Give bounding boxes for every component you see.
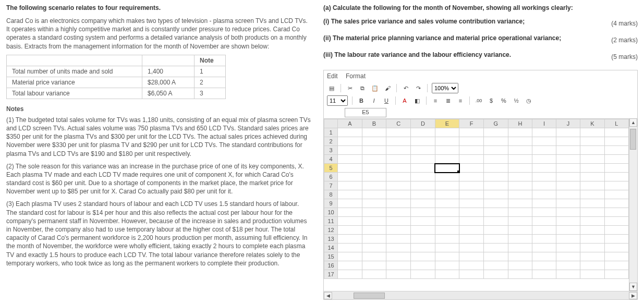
cell-K4[interactable] [580,155,605,164]
cell-D9[interactable] [411,199,435,208]
cell-J13[interactable] [556,235,580,244]
col-header-B[interactable]: B [362,119,386,128]
cell-C8[interactable] [386,190,411,199]
cell-B17[interactable] [362,270,386,279]
cell-E17[interactable] [435,270,459,279]
cell-D7[interactable] [411,181,435,190]
new-sheet-icon[interactable]: ▤ [327,83,336,93]
cell-B1[interactable] [362,128,386,137]
cell-J7[interactable] [556,181,580,190]
cell-D16[interactable] [411,261,435,270]
cell-L7[interactable] [604,181,628,190]
cell-L16[interactable] [604,261,628,270]
cell-G7[interactable] [483,181,508,190]
cell-B12[interactable] [362,226,386,235]
undo-icon[interactable]: ↶ [401,83,410,93]
cell-H9[interactable] [508,199,532,208]
col-header-G[interactable]: G [483,119,508,128]
cell-D11[interactable] [411,217,435,226]
cell-K10[interactable] [580,208,605,217]
cell-J10[interactable] [556,208,580,217]
cell-G2[interactable] [483,137,508,146]
cell-G13[interactable] [483,235,508,244]
col-header-D[interactable]: D [411,119,435,128]
cell-C14[interactable] [386,244,411,252]
cell-G14[interactable] [483,244,508,252]
cell-F9[interactable] [459,199,483,208]
cell-E10[interactable] [435,208,459,217]
cell-L9[interactable] [604,199,628,208]
currency-icon[interactable]: $ [487,96,496,105]
cell-E1[interactable] [435,128,459,137]
cell-D6[interactable] [411,173,435,181]
cell-F12[interactable] [459,226,483,235]
cell-B15[interactable] [362,252,386,261]
cell-C1[interactable] [386,128,411,137]
cell-F2[interactable] [459,137,483,146]
cell-K2[interactable] [580,137,605,146]
scroll-up-icon[interactable]: ▲ [629,118,637,127]
cell-J3[interactable] [556,146,580,155]
row-header-17[interactable]: 17 [324,270,338,279]
cell-A10[interactable] [338,208,362,217]
cell-H13[interactable] [508,235,532,244]
cell-B2[interactable] [362,137,386,146]
row-header-3[interactable]: 3 [324,146,338,155]
cell-E4[interactable] [435,155,459,164]
cell-B6[interactable] [362,173,386,181]
cell-H15[interactable] [508,252,532,261]
cell-G9[interactable] [483,199,508,208]
cell-C2[interactable] [386,137,411,146]
cell-F8[interactable] [459,190,483,199]
cell-H7[interactable] [508,181,532,190]
h-scroll-thumb[interactable] [354,293,385,299]
cell-J9[interactable] [556,199,580,208]
col-header-K[interactable]: K [580,119,605,128]
cell-A13[interactable] [338,235,362,244]
cell-H6[interactable] [508,173,532,181]
cell-H16[interactable] [508,261,532,270]
row-header-1[interactable]: 1 [324,128,338,137]
cell-L3[interactable] [604,146,628,155]
row-header-13[interactable]: 13 [324,235,338,244]
cell-I17[interactable] [532,270,556,279]
cell-G12[interactable] [483,226,508,235]
cell-C17[interactable] [386,270,411,279]
cell-L11[interactable] [604,217,628,226]
align-center-icon[interactable]: ≣ [443,96,453,105]
spreadsheet-grid[interactable]: ABCDEFGHIJKL1234567891011121314151617 [324,118,629,291]
cell-D1[interactable] [411,128,435,137]
cell-L10[interactable] [604,208,628,217]
cell-K13[interactable] [580,235,605,244]
cell-I12[interactable] [532,226,556,235]
cell-J4[interactable] [556,155,580,164]
cell-L17[interactable] [604,270,628,279]
horizontal-scrollbar[interactable]: ◀ ▶ [324,291,637,299]
col-header-F[interactable]: F [459,119,483,128]
cell-L8[interactable] [604,190,628,199]
row-header-4[interactable]: 4 [324,155,338,164]
cell-L14[interactable] [604,244,628,252]
cell-G16[interactable] [483,261,508,270]
menu-edit[interactable]: Edit [327,72,338,80]
cell-J1[interactable] [556,128,580,137]
cell-G10[interactable] [483,208,508,217]
col-header-J[interactable]: J [556,119,580,128]
cell-B10[interactable] [362,208,386,217]
row-header-8[interactable]: 8 [324,190,338,199]
col-header-H[interactable]: H [508,119,532,128]
cell-B7[interactable] [362,181,386,190]
cell-H5[interactable] [508,164,532,173]
copy-icon[interactable]: ⧉ [358,83,367,93]
cell-K6[interactable] [580,173,605,181]
cell-J5[interactable] [556,164,580,173]
col-header-I[interactable]: I [532,119,556,128]
col-header-C[interactable]: C [386,119,411,128]
font-color-icon[interactable]: A [400,96,409,105]
vertical-scrollbar[interactable]: ▲ ▼ [629,118,637,291]
cell-G4[interactable] [483,155,508,164]
cell-A9[interactable] [338,199,362,208]
cell-I1[interactable] [532,128,556,137]
cell-E16[interactable] [435,261,459,270]
cell-H10[interactable] [508,208,532,217]
